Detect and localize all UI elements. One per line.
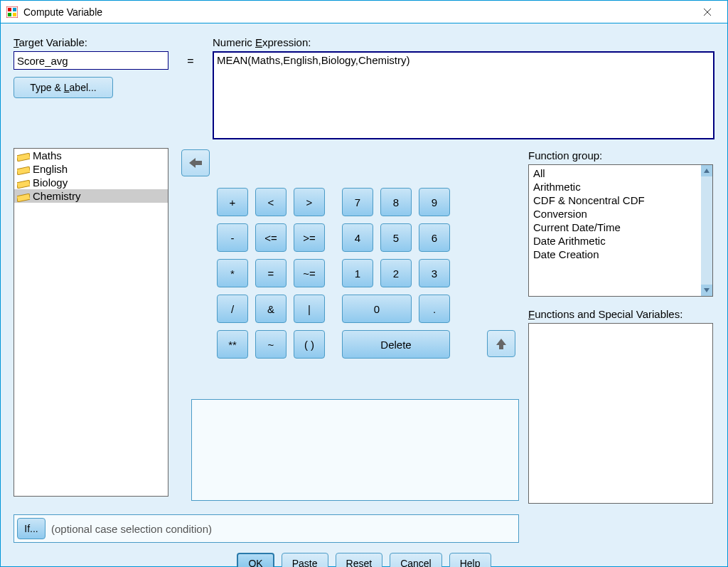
numeric-expression-input[interactable]: MEAN(Maths,English,Biology,Chemistry): [213, 51, 714, 139]
function-group-item[interactable]: All: [532, 166, 710, 180]
if-hint-text: (optional case selection condition): [51, 523, 212, 535]
scale-icon: [17, 152, 30, 160]
key-multiply[interactable]: *: [217, 259, 248, 287]
dialog-body: Target Variable: Type & Label... = Numer…: [1, 23, 727, 566]
key-5[interactable]: 5: [380, 223, 412, 252]
svg-rect-4: [13, 13, 16, 16]
variable-item[interactable]: Maths: [14, 149, 168, 162]
key-dot[interactable]: .: [419, 295, 450, 323]
variable-name: English: [33, 163, 68, 175]
svg-marker-13: [704, 169, 710, 173]
scale-icon: [17, 165, 30, 174]
key-power[interactable]: **: [217, 330, 248, 359]
svg-rect-8: [17, 166, 30, 175]
svg-marker-12: [496, 339, 506, 349]
key-7[interactable]: 7: [342, 188, 373, 216]
variable-name: Chemistry: [33, 190, 81, 202]
cancel-button[interactable]: Cancel: [390, 553, 442, 567]
reset-button[interactable]: Reset: [336, 553, 383, 567]
variable-name: Biology: [33, 176, 68, 189]
key-6[interactable]: 6: [419, 223, 450, 252]
variable-item[interactable]: Biology: [14, 176, 168, 189]
key-or[interactable]: |: [294, 295, 325, 323]
key-9[interactable]: 9: [419, 188, 450, 216]
svg-rect-1: [8, 8, 11, 11]
key-ge[interactable]: >=: [294, 223, 325, 252]
key-plus[interactable]: +: [217, 188, 248, 216]
scale-icon: [17, 179, 30, 187]
function-group-item[interactable]: Conversion: [532, 207, 710, 221]
key-4[interactable]: 4: [342, 223, 373, 252]
function-group-item[interactable]: Current Date/Time: [532, 221, 710, 234]
key-not[interactable]: ~: [255, 330, 287, 359]
equals-sign: =: [168, 36, 213, 68]
function-group-item[interactable]: Date Arithmetic: [532, 234, 710, 248]
keypad: + < > 7 8 9 - <= >= 4: [217, 188, 450, 359]
svg-rect-9: [17, 180, 30, 189]
compute-variable-dialog: Compute Variable Target Variable: Type &…: [0, 0, 728, 567]
svg-rect-3: [8, 13, 11, 16]
key-3[interactable]: 3: [419, 259, 450, 287]
scroll-up-icon[interactable]: [701, 165, 712, 176]
key-eq[interactable]: =: [255, 259, 287, 287]
key-8[interactable]: 8: [380, 188, 412, 216]
function-group-item[interactable]: Date Creation: [532, 248, 710, 261]
function-group-label: Function group:: [528, 149, 714, 161]
paste-button[interactable]: Paste: [282, 553, 328, 567]
key-and[interactable]: &: [255, 295, 287, 323]
key-2[interactable]: 2: [380, 259, 412, 287]
target-variable-input[interactable]: [14, 51, 168, 70]
key-ne[interactable]: ~=: [294, 259, 325, 287]
svg-rect-10: [17, 194, 30, 202]
help-button[interactable]: Help: [449, 553, 491, 567]
key-divide[interactable]: /: [217, 295, 248, 323]
target-variable-label: Target Variable:: [14, 36, 168, 48]
description-area: [191, 399, 519, 501]
svg-rect-7: [17, 153, 30, 161]
key-1[interactable]: 1: [342, 259, 373, 287]
ok-button[interactable]: OK: [237, 553, 274, 567]
type-and-label-button[interactable]: Type & Label...: [14, 77, 113, 98]
functions-special-label: Functions and Special Variables:: [528, 308, 714, 320]
insert-function-button[interactable]: [487, 330, 515, 357]
scrollbar[interactable]: [701, 165, 712, 296]
if-condition-row: If... (optional case selection condition…: [14, 514, 519, 543]
if-button[interactable]: If...: [17, 518, 46, 539]
variable-name: Maths: [33, 149, 62, 161]
key-minus[interactable]: -: [217, 223, 248, 252]
key-lt[interactable]: <: [255, 188, 287, 216]
function-group-item[interactable]: Arithmetic: [532, 180, 710, 194]
key-0[interactable]: 0: [342, 295, 412, 323]
function-group-item[interactable]: CDF & Noncentral CDF: [532, 194, 710, 207]
svg-marker-14: [704, 288, 710, 292]
dialog-buttons: OK Paste Reset Cancel Help: [1, 553, 727, 567]
close-button[interactable]: [693, 1, 722, 23]
function-group-list[interactable]: All Arithmetic CDF & Noncentral CDF Conv…: [528, 164, 713, 297]
key-le[interactable]: <=: [255, 223, 287, 252]
variable-item[interactable]: Chemistry: [14, 189, 168, 203]
svg-marker-11: [189, 158, 202, 168]
numeric-expression-label: Numeric Expression:: [213, 36, 714, 48]
functions-special-list[interactable]: [528, 323, 713, 504]
move-to-expression-button[interactable]: [181, 149, 210, 176]
scale-icon: [17, 192, 30, 201]
window-title: Compute Variable: [23, 6, 693, 18]
titlebar: Compute Variable: [1, 1, 727, 23]
variable-item[interactable]: English: [14, 162, 168, 176]
app-icon: [6, 6, 18, 18]
variable-list[interactable]: Maths English Biology Chemistry: [14, 148, 168, 497]
key-gt[interactable]: >: [294, 188, 325, 216]
key-parens[interactable]: ( ): [294, 330, 325, 359]
svg-rect-2: [13, 8, 16, 11]
scroll-down-icon[interactable]: [701, 285, 712, 296]
key-delete[interactable]: Delete: [342, 330, 450, 359]
